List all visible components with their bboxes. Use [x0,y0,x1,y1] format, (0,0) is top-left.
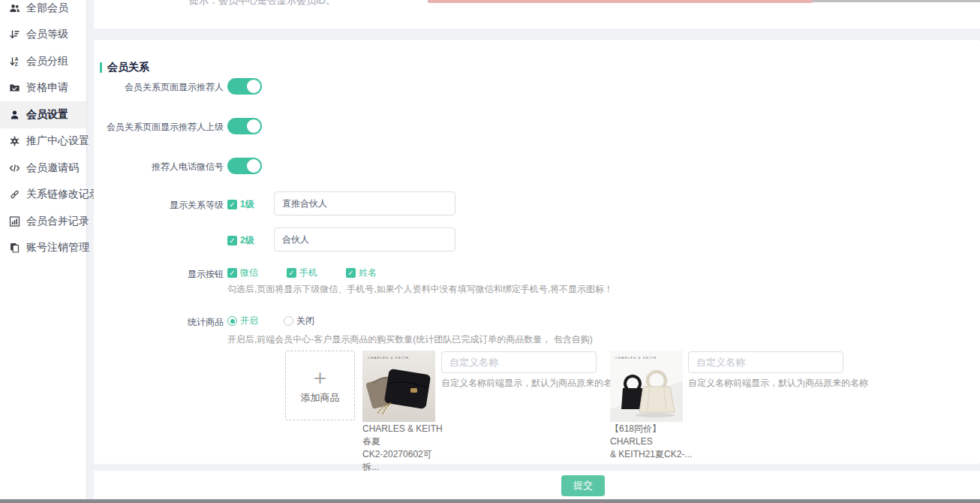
bottom-edge-strip [0,499,980,503]
toggle-label-referrer-upline: 会员关系页面显示推荐人上级 [94,121,224,134]
top-edge-strip [813,0,980,2]
sidebar-item-member-groups[interactable]: AZ 会员分组 [0,48,86,75]
checkbox-checked-icon[interactable]: ✓ [346,268,356,278]
toggle-knob [247,80,260,93]
display-buttons-group: ✓ 微信 ✓ 手机 ✓ 姓名 [227,267,377,279]
sidebar-menu: 全部会员 会员等级 AZ 会员分组 资格申请 会员设置 推广中心设置 会员邀请码 [0,0,86,261]
section-title-text: 会员关系 [107,61,149,74]
code-icon [9,163,20,173]
radio-on-item[interactable]: 开启 [227,315,258,327]
user-icon [9,110,20,120]
member-relation-panel: 会员关系 会员关系页面显示推荐人 会员关系页面显示推荐人上级 推荐人电话微信号 … [94,40,980,464]
toggle-label-referrer: 会员关系页面显示推荐人 [94,81,224,94]
checkbox-wechat-label: 微信 [240,267,258,279]
product-name-2: 【618同价】CHARLES & KEITH21夏CK2-... [610,423,694,461]
product-name-line2: & KEITH21夏CK2-... [610,448,694,461]
submit-button[interactable]: 提交 [561,475,605,496]
stats-product-label: 统计商品 [94,316,224,329]
sidebar-item-all-members[interactable]: 全部会员 [0,0,86,22]
radio-off-label: 关闭 [296,315,314,327]
custom-name-hint-1: 自定义名称前端显示，默认为商品原来的名称 [441,377,621,390]
level-1-label: 1级 [240,198,254,211]
checkbox-checked-icon[interactable]: ✓ [287,268,296,278]
product-name-line1: CHARLES & KEITH春夏 [362,423,446,448]
display-buttons-label: 显示按钮 [94,268,224,281]
sidebar-item-label: 关系链修改记录 [26,188,100,201]
sidebar-item-label: 全部会员 [26,2,68,15]
product-name-line1: 【618同价】CHARLES [610,423,694,448]
level-2-checkbox-item[interactable]: ✓ 2级 [227,234,254,247]
checkbox-wechat[interactable]: ✓ 微信 [227,267,258,279]
title-accent-bar [100,62,102,73]
display-buttons-hint: 勾选后,页面将显示下级微信、手机号,如果个人资料中没有填写微信和绑定手机号,将不… [227,283,613,296]
level-2-name-input[interactable] [274,227,455,252]
level-1-name-input[interactable] [274,191,455,215]
checkbox-name-label: 姓名 [359,267,377,279]
toggle-show-referrer-upline[interactable] [227,118,262,134]
checkbox-checked-icon[interactable]: ✓ [227,200,237,209]
member-id-hint: 提示：会员中心是否显示会员ID。 [189,0,335,8]
sort-alpha-icon: AZ [9,56,20,67]
product-image-1[interactable]: CHARLES & KEITH [362,351,435,422]
toggle-label-referrer-contact: 推荐人电话微信号 [94,161,224,173]
radio-unselected-icon[interactable] [284,316,293,326]
custom-name-input-2[interactable] [688,351,843,373]
toggle-referrer-contact[interactable] [227,158,262,174]
file-copy-icon [9,242,20,253]
add-product-button[interactable]: + 添加商品 [285,351,355,420]
sidebar-item-label: 会员分组 [26,55,68,68]
sort-amount-icon [9,29,20,40]
level-2-checkbox-group: ✓ 2级 [227,234,254,247]
top-panel: 提示：会员中心是否显示会员ID。 [94,0,980,29]
sidebar-item-promotion-settings[interactable]: 推广中心设置 [0,128,86,155]
toggle-knob [247,119,260,133]
svg-text:Z: Z [15,62,18,67]
sidebar-item-label: 会员等级 [26,28,68,41]
plus-icon: + [314,367,327,390]
checkbox-phone[interactable]: ✓ 手机 [287,267,317,279]
checkbox-phone-label: 手机 [299,267,317,279]
product-brand-text: CHARLES & KEITH [368,356,409,360]
sidebar-item-label: 会员邀请码 [26,161,79,175]
level-1-checkbox-item[interactable]: ✓ 1级 [227,198,254,211]
sidebar-item-relation-log[interactable]: 关系链修改记录 [0,182,86,209]
sidebar-item-invite-code[interactable]: 会员邀请码 [0,155,86,182]
sidebar-item-member-settings[interactable]: 会员设置 [0,101,86,128]
level-2-label: 2级 [240,234,254,247]
folder-check-icon [9,83,20,93]
sidebar-item-account-cancel[interactable]: 账号注销管理 [0,235,86,262]
custom-name-hint-2: 自定义名称前端显示，默认为商品原来的名称 [688,377,868,390]
gear-icon [9,136,20,146]
section-title: 会员关系 [100,61,149,74]
radio-off-item[interactable]: 关闭 [284,315,314,327]
custom-name-input-1[interactable] [441,351,597,373]
toggle-knob [247,159,260,173]
sidebar-item-label: 会员合并记录 [26,215,89,228]
sidebar-item-qualification[interactable]: 资格申请 [0,75,86,102]
levels-label: 显示关系等级 [94,199,224,212]
validation-strip [428,0,813,3]
stats-product-hint: 开启后,前端会员中心-客户显示商品的购买数量(统计团队已完成订单的商品数量， 包… [227,333,593,346]
checkbox-name[interactable]: ✓ 姓名 [346,267,377,279]
toggle-show-referrer[interactable] [227,78,262,95]
sidebar-item-merge-log[interactable]: 会员合并记录 [0,208,86,235]
level-1-checkbox-group: ✓ 1级 [227,198,254,211]
product-brand-text: CHARLES & KEITH [615,356,657,360]
stats-product-radios: 开启 关闭 [227,315,314,327]
bar-chart-icon [9,216,20,227]
sidebar-item-label: 资格申请 [26,81,68,95]
product-name-line2: CK2-20270602可拆... [362,448,446,474]
sidebar: 全部会员 会员等级 AZ 会员分组 资格申请 会员设置 推广中心设置 会员邀请码 [0,0,87,499]
sidebar-item-label: 推广中心设置 [26,134,89,148]
footer-bar: 提交 [94,471,980,499]
add-product-label: 添加商品 [301,391,340,405]
checkbox-checked-icon[interactable]: ✓ [227,268,237,278]
sidebar-item-label: 账号注销管理 [26,241,89,255]
link-icon [9,189,20,200]
radio-selected-icon[interactable] [227,316,237,326]
product-name-1: CHARLES & KEITH春夏 CK2-20270602可拆... [362,423,446,474]
checkbox-checked-icon[interactable]: ✓ [227,236,237,245]
product-image-2[interactable]: CHARLES & KEITH [610,351,683,422]
radio-on-label: 开启 [240,315,258,327]
sidebar-item-member-levels[interactable]: 会员等级 [0,22,86,49]
